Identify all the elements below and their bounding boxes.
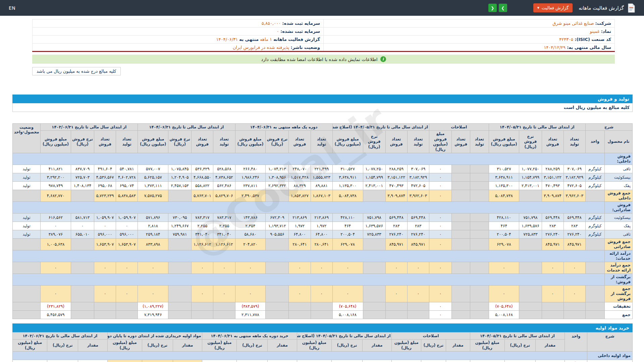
table-cell: ۶۵۵,۰۱۰ (71, 230, 94, 239)
table-cell: ۰ (385, 286, 407, 302)
table-cell: ۲,۳۵۴ (235, 222, 266, 230)
table-cell (363, 302, 385, 311)
language-toggle[interactable]: EN (9, 5, 15, 11)
table-cell: ۷۸۳,۳۱۷ (192, 214, 213, 222)
table-cell: ۲۱۳,۸۶۹ (289, 214, 311, 222)
table-cell (168, 262, 192, 274)
table-cell: ۰ (213, 286, 235, 302)
table-cell (585, 302, 604, 311)
table-cell: ۲,۴۵۷,۱۵۳ (168, 182, 192, 190)
column-header: مقدار (268, 340, 297, 352)
table-cell: ۲۸۳ (542, 222, 564, 230)
table-cell: (۲۳۱,۸۲۹) (41, 302, 71, 311)
table-cell: ۰ (446, 360, 470, 362)
table-cell: ۸۹,۸۸۱ (311, 182, 332, 190)
table-cell: ۷۲۵,۷۰۳ (71, 173, 94, 182)
table-cell: ۴۲۸,۱۱۰ (332, 214, 363, 222)
table-cell (407, 311, 429, 319)
column-group-header: از ابتدای سال مالی تا تاریخ ۱۴۰۴/۰۵/۳۱ (… (297, 333, 392, 340)
table-cell: ۰ (429, 311, 451, 319)
table-cell (168, 190, 192, 202)
table-cell: ۰ (429, 262, 451, 274)
table-row: جمع فروش صادراتی۸۴۵,۹۷۱۸۴۵,۹۷۱۶۲۹,۰۷۸۰۸۴… (13, 239, 633, 250)
table-cell: ۶۴,۸۰۰ (289, 230, 311, 239)
table-cell (470, 222, 489, 230)
table-cell: ۱,۰۷۷,۲۵۰ (363, 165, 385, 173)
table-cell (519, 302, 542, 311)
table-cell: ۳۰۷,۰۶۹ (407, 165, 429, 173)
previous-report-button[interactable]: ❮ (488, 4, 497, 12)
column-header: نرخ فروش (ریال) (519, 131, 542, 153)
table-cell: ۵۴۰,۷۸۱ (116, 165, 138, 173)
column-header: تعداد فروش (94, 131, 116, 153)
table-cell (452, 165, 470, 173)
company-name-link[interactable]: صنایع غذائی مینو شرق (552, 21, 594, 26)
row-group-label: درآمد ارائه خدمات: (605, 250, 633, 262)
company-info-panel: شرکت: صنایع غذائی مینو شرق سرمایه ثبت شد… (32, 19, 615, 52)
table-cell: ۴۷۰,۴۹۳ (385, 182, 407, 190)
table-cell (452, 230, 470, 239)
isic-code-cell: کد صنعت (ISIC): ۴۲۴۳۰۵ (324, 36, 615, 44)
table-cell (71, 286, 94, 302)
table-cell (13, 262, 41, 274)
table-cell: ۵,۸۲۹,۷۰۶ (213, 190, 235, 202)
table-cell (13, 302, 41, 311)
report-type-dropdown[interactable]: گزارش فعالیت ▼ (533, 3, 573, 12)
table-cell: ۱,۶۱۱,۷۲۹ (47, 360, 78, 362)
product-name-cell: جمع فروش داخلی (605, 190, 633, 202)
table-cell: ۵,۰۰۸,۱۶۸ (489, 311, 519, 319)
table-cell: ۱,۱۵۴,۷۹۹ (519, 173, 542, 182)
column-header: مقدار (78, 340, 107, 352)
table-cell: ۰ (116, 262, 138, 274)
product-name-cell: بیسکوئیت (605, 214, 633, 222)
next-report-button[interactable]: ❯ (499, 4, 507, 12)
table-cell: ۵۶۹,۴۴۸ (385, 214, 407, 222)
table-cell: تولید (13, 230, 41, 239)
table-cell (13, 153, 605, 165)
table-cell: ۱,۹۷۲ (289, 222, 311, 230)
section-header-production-sales: تولید و فروش (12, 95, 633, 103)
table-cell: ۳,۶۳۸,۹۱۱ (489, 173, 519, 182)
table-cell: ۳,۱۸۲,۹۲۹ (564, 173, 585, 182)
topbar-right-group: گزارش فعالیت ماهانه گزارش فعالیت ▼ ❯ ❮ (488, 3, 635, 13)
column-header: نرخ فروش (ریال) (168, 131, 192, 153)
isic-code-value: ۴۲۴۳۰۵ (559, 37, 573, 42)
table-cell (266, 286, 289, 302)
table-cell (266, 311, 289, 319)
unregistered-capital-label: سرمایه ثبت نشده: (280, 29, 320, 34)
table-cell (452, 302, 470, 311)
table-cell (311, 302, 332, 311)
table-cell (452, 222, 470, 230)
report-period-label: گزارش فعالیت ماهانه (273, 37, 320, 42)
unregistered-capital-cell: سرمایه ثبت نشده: ۰ (33, 27, 324, 36)
table-cell: ۵,۸۳۸,۵۸۳ (116, 190, 138, 202)
table-cell: ۵۲۸,۵۶۸ (213, 165, 235, 173)
table-cell: ۱,۰۵۹,۹۰۷ (94, 214, 116, 222)
column-header: شرح (587, 333, 633, 352)
amounts-unit-note: کلیه مبالغ درج شده به میلیون ریال می باش… (32, 67, 121, 75)
table-cell (192, 311, 213, 319)
column-header: نرخ (ریال) (237, 340, 268, 352)
table-cell (452, 190, 470, 202)
table-cell: ۰ (421, 360, 446, 362)
table-cell: ۹۰۵,۵۵۶ (266, 230, 289, 239)
table-cell (519, 239, 542, 250)
table-cell: ۰ (192, 262, 213, 274)
table-cell: ۰ (429, 182, 451, 190)
company-name-cell: شرکت: صنایع غذائی مینو شرق (324, 19, 615, 27)
table-row: جمع برگشت از فروش۰۰۰۰۰۰۰۰۰۰۰۰۰۰۰۰ (13, 286, 633, 302)
product-name-cell: پفک (605, 222, 633, 230)
table-cell (116, 311, 138, 319)
table-cell: ۱,۶۳۹,۵۷۶ (519, 222, 542, 230)
product-name-cell: تافی (605, 230, 633, 239)
column-header: تعداد تولید (407, 131, 429, 153)
table-cell: ۰ (116, 222, 138, 230)
column-group-header: خرید دوره یک ماهه منتهی به ۱۴۰۴/۰۶/۳۱ (202, 333, 297, 340)
column-group-header: از ابتدای سال مالی تا تاریخ ۱۴۰۴/۰۶/۳۱ (138, 124, 235, 131)
table-cell: ۰ (564, 262, 585, 274)
column-header: نرخ (ریال) (332, 340, 363, 352)
table-cell: ۰ (213, 262, 235, 274)
symbol-link[interactable]: غمینو (590, 29, 600, 34)
table-cell: ۷۲۵,۸۳۳ (363, 230, 385, 239)
column-group-header: از ابتدای سال مالی تا تاریخ ۱۴۰۳/۰۶/۳۱ (13, 333, 108, 340)
